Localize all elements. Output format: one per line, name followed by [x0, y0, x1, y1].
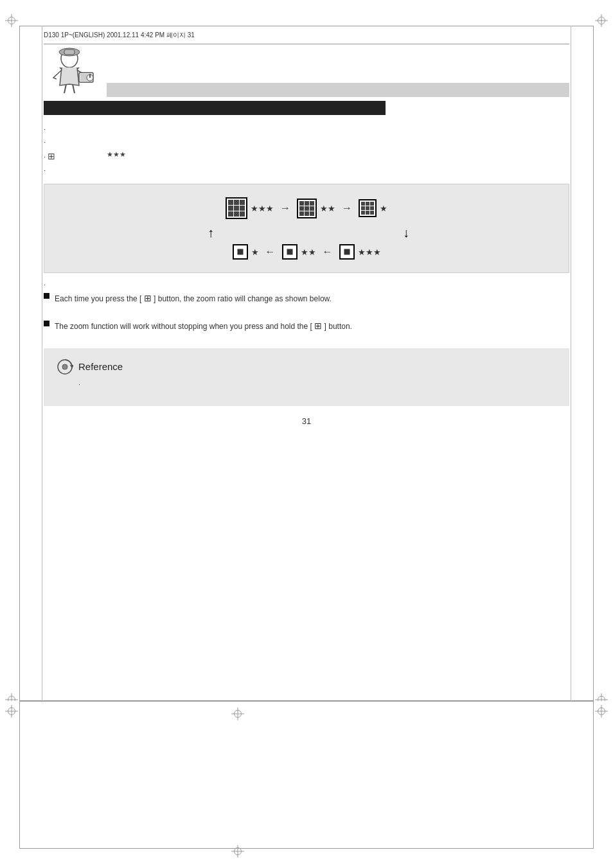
single-icon-small	[233, 244, 248, 260]
bullet-item-1: Each time you press the [ ⊞ ] button, th…	[44, 291, 569, 310]
grid-icon-small	[359, 199, 377, 217]
arrow-down-icon: ↓	[403, 226, 409, 240]
border-left	[19, 26, 20, 701]
crosshair-bottom-center	[231, 845, 244, 858]
grid-icon-medium	[297, 199, 317, 218]
bottom-border-top	[19, 701, 594, 702]
arrow-left-1: ←	[265, 246, 276, 258]
reference-icon	[57, 359, 73, 375]
doc-header: D130 1P~(ENGLISH) 2001.12.11 4:42 PM 페이지…	[44, 31, 569, 40]
stars-2-top: ★★	[320, 204, 335, 213]
diagram-item-single-md: ★★	[282, 244, 316, 260]
content-area: D130 1P~(ENGLISH) 2001.12.11 4:42 PM 페이지…	[44, 31, 569, 426]
intro-line-4: ·	[44, 165, 569, 177]
bullet-block-2: The zoom function will work without stop…	[44, 319, 569, 338]
diagram-vertical-arrows: ↑ ↓	[191, 226, 422, 240]
single-icon-medium	[282, 244, 298, 260]
intro-line-1: ·	[44, 124, 569, 136]
arrow-left-2: ←	[323, 246, 333, 258]
svg-rect-2	[64, 49, 75, 55]
person-svg	[44, 47, 102, 98]
diagram-item-grid-lg: ★★★	[226, 197, 274, 219]
border-top	[19, 26, 594, 26]
crosshair-bottom-right-2	[595, 705, 608, 718]
arrow-up-icon: ↑	[208, 226, 214, 240]
crosshair-bottom-left-2	[5, 705, 18, 718]
bullet-2-marker	[44, 321, 49, 326]
bottom-border-bottom	[19, 848, 594, 849]
diagram-item-grid-md: ★★	[297, 199, 335, 218]
arrow-right-1: →	[280, 202, 290, 214]
svg-point-8	[62, 364, 67, 369]
stars-2-bot: ★★	[301, 247, 316, 257]
crosshair-top-left	[5, 14, 18, 27]
stars-1-bot: ★	[251, 247, 259, 257]
crosshair-bottom-center-2	[231, 707, 244, 720]
border-right	[593, 26, 594, 701]
diagram-item-single-lg: ★★★	[339, 244, 381, 260]
arrow-right-2: →	[342, 202, 352, 214]
reference-header: Reference	[57, 359, 556, 375]
diagram-container: ★★★ → ★★ → ★	[44, 184, 569, 273]
reference-title: Reference	[78, 361, 123, 372]
inner-border-right	[571, 26, 571, 701]
reference-body-text: ·	[78, 380, 556, 388]
inner-border-left	[42, 26, 42, 701]
bottom-border-left	[19, 701, 20, 849]
diagram-footnote: ·	[44, 281, 569, 288]
reference-box: Reference ·	[44, 348, 569, 406]
bullet-2-text: The zoom function will work without stop…	[55, 319, 352, 333]
doc-title: D130 1P~(ENGLISH) 2001.12.11 4:42 PM 페이지…	[44, 31, 195, 40]
bullet-1-marker	[44, 293, 49, 299]
bottom-border-right	[593, 701, 594, 849]
stars-3-bot: ★★★	[358, 247, 381, 257]
section-header-gray-bar	[107, 83, 569, 97]
intro-bullets: · · · ⊞ ★★★ ·	[44, 124, 569, 176]
person-figure	[44, 47, 102, 98]
bullet-item-2: The zoom function will work without stop…	[44, 319, 569, 338]
reference-icon-svg	[57, 359, 73, 375]
diagram-row-bottom: ★ ← ★★ ← ★★★	[233, 244, 381, 260]
stars-1-top: ★	[380, 204, 387, 213]
bottom-page-area	[0, 701, 613, 868]
diagram-row-top: ★★★ → ★★ → ★	[226, 197, 387, 219]
grid-icon-large	[226, 197, 247, 219]
crosshair-top-right	[595, 14, 608, 27]
header-divider	[44, 44, 569, 44]
intro-line-2: ·	[44, 137, 569, 148]
bullet-1-text: Each time you press the [ ⊞ ] button, th…	[55, 291, 332, 305]
diagram-item-grid-sm: ★	[359, 199, 387, 217]
bullet-block-1: Each time you press the [ ⊞ ] button, th…	[44, 291, 569, 310]
intro-line-3: · ⊞ ★★★	[44, 149, 569, 163]
figure-row	[44, 47, 569, 98]
diagram-item-single-sm: ★	[233, 244, 259, 260]
section-header-dark-bar	[44, 101, 386, 115]
page-number: 31	[44, 416, 569, 426]
single-icon-large	[339, 244, 355, 260]
stars-3-top: ★★★	[251, 204, 274, 213]
